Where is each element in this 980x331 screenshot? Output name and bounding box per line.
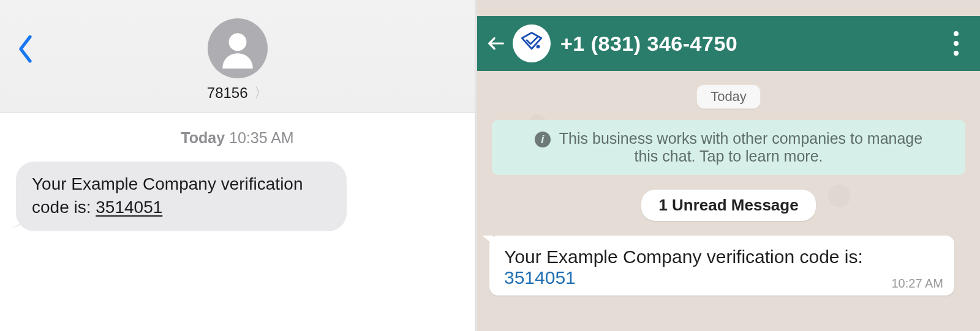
more-options-button[interactable] (942, 25, 970, 62)
bubble-tail-icon (10, 214, 24, 228)
contact-shortcode: 78156 (207, 84, 248, 101)
back-button[interactable] (481, 28, 511, 59)
back-button[interactable] (17, 34, 40, 66)
contact-phone-number[interactable]: +1 (831) 346-4750 (560, 32, 942, 56)
ios-chat-body: Today 10:35 AM Your Example Company veri… (0, 113, 475, 331)
whatsapp-chat-body: Today i This business works with other c… (477, 71, 980, 331)
date-separator: Today (696, 84, 761, 109)
verification-code[interactable]: 3514051 (504, 267, 576, 288)
message-row: Your Example Company verification code i… (16, 162, 459, 231)
message-text: Your Example Company verification code i… (32, 174, 303, 217)
ios-messages-screenshot: 78156 〉 Today 10:35 AM Your Example Comp… (0, 0, 475, 331)
unread-separator: 1 Unread Message (641, 190, 815, 221)
info-icon: i (535, 132, 551, 147)
verification-code[interactable]: 3514051 (96, 198, 162, 217)
timestamp-day: Today (181, 129, 225, 146)
timestamp-time: 10:35 AM (229, 129, 294, 146)
contact-avatar[interactable] (208, 18, 268, 78)
chevron-right-icon: 〉 (254, 85, 268, 100)
contact-avatar[interactable] (513, 24, 551, 62)
message-timestamp: Today 10:35 AM (16, 129, 459, 147)
kebab-menu-icon (954, 29, 959, 58)
message-row: Your Example Company verification code i… (489, 236, 968, 296)
business-info-text-line1: This business works with other companies… (559, 130, 922, 147)
incoming-message-bubble[interactable]: Your Example Company verification code i… (16, 162, 347, 231)
contact-name[interactable]: 78156 〉 (0, 84, 475, 103)
person-silhouette-icon (217, 28, 258, 69)
svg-point-0 (228, 33, 246, 51)
message-time: 10:27 AM (891, 277, 943, 291)
business-info-text-line2: this chat. Tap to learn more. (505, 147, 952, 165)
arrow-left-icon (486, 33, 507, 54)
bubble-tail-icon (482, 236, 493, 247)
chevron-left-icon (17, 34, 34, 64)
verified-shield-icon (519, 31, 545, 56)
svg-point-1 (537, 45, 540, 48)
business-info-banner[interactable]: i This business works with other compani… (492, 120, 965, 175)
incoming-message-bubble[interactable]: Your Example Company verification code i… (489, 236, 954, 296)
message-text: Your Example Company verification code i… (504, 247, 863, 267)
ios-chat-header: 78156 〉 (0, 0, 475, 113)
whatsapp-chat-header: +1 (831) 346-4750 (477, 16, 980, 71)
whatsapp-screenshot: +1 (831) 346-4750 Today i This business … (477, 0, 980, 331)
